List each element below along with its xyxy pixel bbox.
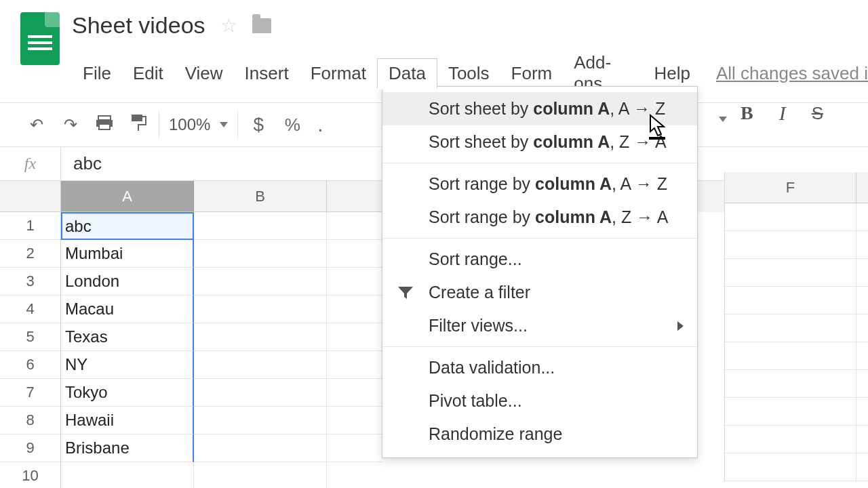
cell[interactable] (725, 453, 856, 481)
cell[interactable] (856, 203, 868, 231)
menu-edit[interactable]: Edit (122, 59, 174, 88)
font-dropdown-caret-icon[interactable] (719, 117, 727, 122)
menu-form[interactable]: Form (500, 59, 564, 88)
cell[interactable] (327, 379, 382, 407)
cell[interactable] (725, 287, 856, 314)
menu-randomize-range[interactable]: Randomize range (382, 418, 697, 451)
column-header-g[interactable] (856, 172, 868, 203)
menu-filter-views[interactable]: Filter views... (382, 309, 697, 342)
save-status[interactable]: All changes saved i (716, 63, 868, 84)
cell[interactable] (856, 453, 868, 481)
cell-a1[interactable]: abc (61, 212, 194, 240)
format-decimal-button[interactable]: . (315, 113, 325, 136)
star-icon[interactable]: ☆ (220, 14, 237, 37)
cell[interactable] (194, 462, 327, 488)
select-all-corner[interactable] (0, 181, 60, 212)
cell[interactable]: Brisbane (61, 434, 194, 462)
menu-pivot-table[interactable]: Pivot table... (382, 384, 697, 418)
cell[interactable] (725, 398, 856, 426)
doc-title[interactable]: Sheet videos (72, 12, 205, 39)
cell[interactable] (327, 462, 382, 488)
cell[interactable] (194, 434, 327, 462)
menu-sort-sheet-za[interactable]: Sort sheet by column A, Z → A (382, 125, 697, 159)
redo-icon[interactable]: ↷ (60, 115, 81, 134)
column-header-a[interactable]: A (61, 181, 194, 212)
cell[interactable] (856, 370, 868, 398)
cell[interactable]: London (61, 268, 194, 296)
menu-sort-sheet-az[interactable]: Sort sheet by column A, A → Z (382, 92, 697, 125)
zoom-dropdown[interactable]: 100% (159, 103, 237, 146)
menu-sort-range[interactable]: Sort range... (382, 243, 697, 276)
cell[interactable] (194, 296, 327, 323)
cell[interactable] (856, 426, 868, 453)
cell[interactable] (856, 398, 868, 426)
cell[interactable] (725, 231, 856, 259)
menu-data[interactable]: Data (377, 58, 437, 88)
menu-data-validation[interactable]: Data validation... (382, 351, 697, 384)
cell[interactable] (194, 407, 327, 434)
cell[interactable] (725, 314, 856, 342)
row-header[interactable]: 7 (0, 379, 60, 407)
column-header-b[interactable]: B (194, 181, 327, 212)
row-header[interactable]: 9 (0, 434, 60, 462)
formula-input[interactable]: abc (61, 153, 102, 174)
menu-file[interactable]: File (72, 59, 122, 88)
cell[interactable]: Mumbai (61, 240, 194, 268)
cell[interactable] (61, 462, 194, 488)
row-header[interactable]: 5 (0, 323, 60, 351)
cell[interactable]: NY (61, 351, 194, 379)
cell[interactable] (327, 351, 382, 379)
column-header-f[interactable]: F (725, 172, 856, 203)
cell[interactable] (725, 342, 856, 370)
cell[interactable] (327, 296, 382, 323)
row-header[interactable]: 3 (0, 268, 60, 296)
cell[interactable] (327, 434, 382, 462)
italic-button[interactable]: I (779, 102, 786, 125)
paint-format-icon[interactable] (127, 114, 149, 136)
cell[interactable] (856, 231, 868, 259)
cell[interactable] (725, 203, 856, 231)
row-header[interactable]: 10 (0, 462, 60, 488)
cell[interactable] (327, 407, 382, 434)
cell[interactable] (856, 314, 868, 342)
row-header[interactable]: 6 (0, 351, 60, 379)
menu-insert[interactable]: Insert (234, 59, 300, 88)
cell[interactable] (327, 212, 382, 240)
folder-icon[interactable] (252, 18, 271, 33)
cell[interactable] (327, 323, 382, 351)
cell[interactable] (194, 379, 327, 407)
row-header[interactable]: 4 (0, 296, 60, 323)
cell[interactable]: Texas (61, 323, 194, 351)
menu-view[interactable]: View (174, 59, 234, 88)
menu-sort-range-za[interactable]: Sort range by column A, Z → A (382, 201, 697, 234)
cell[interactable] (725, 370, 856, 398)
menu-format[interactable]: Format (300, 59, 377, 88)
cell[interactable] (194, 351, 327, 379)
row-header[interactable]: 8 (0, 407, 60, 434)
menu-tools[interactable]: Tools (437, 59, 500, 88)
cell[interactable] (194, 323, 327, 351)
cell[interactable] (856, 259, 868, 287)
column-header-c[interactable] (327, 181, 382, 212)
cell[interactable] (194, 268, 327, 296)
cell[interactable] (327, 268, 382, 296)
menu-help[interactable]: Help (643, 59, 701, 88)
cell[interactable] (194, 212, 327, 240)
row-header[interactable]: 2 (0, 240, 60, 268)
cell[interactable]: Tokyo (61, 379, 194, 407)
cell[interactable] (725, 426, 856, 453)
cell[interactable] (327, 240, 382, 268)
row-header[interactable]: 1 (0, 212, 60, 240)
format-currency-button[interactable]: $ (248, 114, 269, 136)
print-icon[interactable] (94, 115, 115, 135)
cell[interactable]: Hawaii (61, 407, 194, 434)
menu-create-filter[interactable]: Create a filter (382, 276, 697, 309)
bold-button[interactable]: B (741, 102, 753, 124)
cell[interactable] (194, 240, 327, 268)
cell[interactable]: Macau (61, 296, 194, 323)
cell[interactable] (725, 259, 856, 287)
menu-sort-range-az[interactable]: Sort range by column A, A → Z (382, 167, 697, 201)
cell[interactable] (856, 342, 868, 370)
undo-icon[interactable]: ↶ (26, 115, 47, 134)
format-percent-button[interactable]: % (281, 115, 303, 136)
